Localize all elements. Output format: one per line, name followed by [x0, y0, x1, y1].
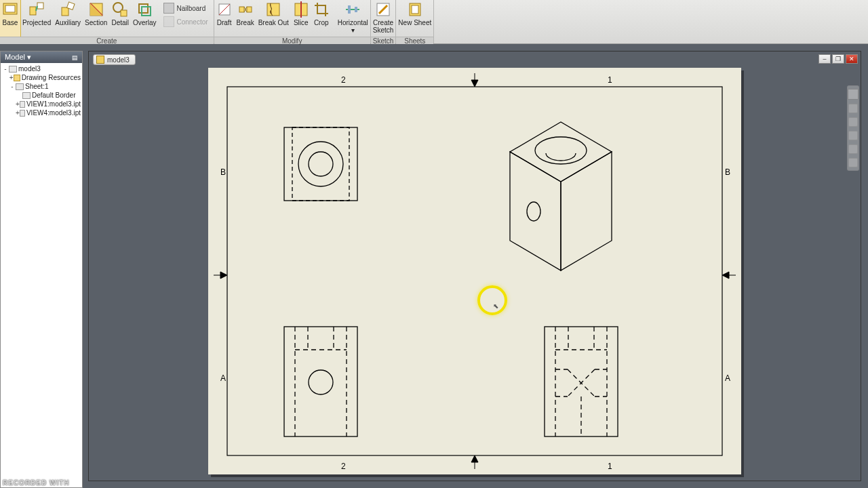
document-tab[interactable]: model3	[93, 54, 136, 65]
zone-row-a-right: A	[725, 373, 730, 383]
twist-icon[interactable]	[16, 92, 22, 99]
tree-item-label: Default Border	[32, 92, 75, 99]
model-browser-header[interactable]: Model ▾ ▤	[1, 52, 82, 63]
drawing-sheet[interactable]: 2 1 2 1 B A B A	[208, 68, 741, 474]
document-title: model3	[107, 56, 130, 64]
nailboard-label: Nailboard	[176, 5, 205, 12]
svg-rect-14	[267, 3, 279, 16]
slice-button[interactable]: Slice	[291, 0, 311, 37]
view-cube-icon[interactable]	[848, 89, 859, 100]
svg-rect-3	[37, 3, 43, 9]
detail-view-button[interactable]: Detail	[109, 0, 131, 37]
create-small-buttons: Nailboard Connector	[158, 0, 213, 30]
ribbon-group-sheets: New Sheet Sheets	[396, 0, 434, 43]
connector-icon	[163, 16, 174, 27]
svg-rect-8	[121, 10, 127, 16]
zone-col-2-top: 2	[341, 75, 346, 85]
zone-row-a-left: A	[220, 373, 226, 383]
tree-root-label: model3	[18, 65, 41, 73]
overlay-label: Overlay	[133, 19, 156, 26]
tree-item-label: VIEW4:model3.ipt	[26, 109, 81, 117]
tree-item[interactable]: Default Border	[2, 91, 81, 100]
horizontal-label: Horizontal ▾	[338, 19, 368, 34]
model-browser-panel: Model ▾ ▤ - model3 +Drawing Resources-Sh…	[0, 51, 83, 488]
breakout-label: Break Out	[258, 19, 289, 26]
crop-label: Crop	[314, 19, 329, 26]
svg-rect-10	[142, 7, 151, 16]
svg-rect-4	[62, 7, 68, 16]
home-button[interactable]	[848, 158, 858, 167]
svg-rect-13	[247, 7, 252, 12]
child-minimize-button[interactable]: –	[818, 54, 831, 64]
tree-item[interactable]: -Sheet:1	[2, 82, 81, 91]
group-label-create: Create	[0, 37, 214, 44]
model-browser-title: Model ▾	[5, 53, 31, 62]
zone-col-1-bottom: 1	[608, 462, 612, 471]
tree-item[interactable]: +VIEW1:model3.ipt	[2, 100, 81, 108]
svg-rect-18	[348, 5, 351, 14]
tree-item-label: Drawing Resources	[22, 74, 81, 81]
drawing-icon	[9, 66, 17, 73]
child-close-button[interactable]: ✕	[846, 54, 858, 64]
doc-icon	[16, 83, 24, 90]
tree-root[interactable]: - model3	[2, 64, 81, 73]
child-restore-button[interactable]: ❐	[832, 54, 844, 64]
twist-icon[interactable]: -	[9, 83, 16, 90]
projected-view-button[interactable]: Projected	[20, 0, 53, 37]
create-sketch-label: Create Sketch	[373, 19, 394, 34]
orbit-button[interactable]	[848, 131, 858, 140]
svg-rect-12	[239, 7, 244, 12]
zone-col-1-top: 1	[608, 75, 612, 85]
crop-button[interactable]: Crop	[311, 0, 332, 37]
mdi-client-area: model3 – ❐ ✕ 2 1 2 1 B A B	[88, 51, 861, 481]
group-label-modify: Modify	[214, 37, 370, 44]
nailboard-icon	[163, 3, 174, 14]
doc-icon	[20, 110, 25, 117]
folder-icon	[14, 75, 20, 81]
svg-rect-2	[30, 7, 36, 15]
ribbon: Base Projected Auxiliary Section Detail …	[0, 0, 868, 44]
zoom-button[interactable]	[848, 117, 858, 127]
twist-icon[interactable]: +	[9, 74, 14, 81]
pan-button[interactable]	[848, 104, 858, 113]
tree-item-label: VIEW1:model3.ipt	[26, 100, 81, 108]
create-sketch-button[interactable]: Create Sketch	[371, 0, 396, 37]
panel-toggle-icon[interactable]: ▤	[72, 54, 78, 61]
break-button[interactable]: Break	[235, 0, 256, 37]
tree-item-label: Sheet:1	[25, 83, 48, 90]
new-sheet-button[interactable]: New Sheet	[396, 0, 433, 37]
zone-col-2-bottom: 2	[341, 462, 346, 471]
twist-icon[interactable]: -	[2, 65, 9, 73]
breakout-button[interactable]: Break Out	[256, 0, 291, 37]
model-browser-body: - model3 +Drawing Resources-Sheet:1 Defa…	[1, 63, 82, 119]
doc-icon	[22, 92, 31, 99]
tree-item[interactable]: +Drawing Resources	[2, 73, 81, 82]
svg-rect-22	[412, 5, 418, 14]
auxiliary-label: Auxiliary	[55, 19, 81, 26]
section-label: Section	[85, 19, 107, 26]
horizontal-align-button[interactable]: Horizontal ▾	[336, 0, 370, 37]
tree-item[interactable]: +VIEW4:model3.ipt	[2, 108, 81, 117]
detail-label: Detail	[111, 19, 129, 26]
nailboard-button[interactable]: Nailboard	[161, 1, 210, 15]
section-view-button[interactable]: Section	[83, 0, 109, 37]
ribbon-group-modify: Draft Break Break Out Slice Crop Horizon…	[214, 0, 371, 43]
base-label: Base	[3, 19, 18, 26]
connector-button: Connector	[161, 15, 210, 28]
draft-button[interactable]: Draft	[214, 0, 235, 37]
svg-rect-9	[139, 4, 148, 13]
ribbon-group-sketch: Create Sketch Sketch	[371, 0, 397, 43]
watermark-text: RECORDED WITH	[3, 479, 70, 487]
view-nav-bar	[847, 85, 859, 171]
group-label-sheets: Sheets	[396, 37, 433, 44]
child-window-controls: – ❐ ✕	[817, 54, 858, 64]
auxiliary-view-button[interactable]: Auxiliary	[53, 0, 83, 37]
zone-row-b-right: B	[725, 167, 730, 177]
lookat-button[interactable]	[848, 144, 858, 154]
doc-icon	[20, 101, 25, 108]
slice-label: Slice	[294, 19, 309, 26]
base-view-button[interactable]: Base	[0, 0, 20, 37]
sheet-svg: 2 1 2 1 B A B A	[208, 68, 741, 474]
break-label: Break	[237, 19, 254, 26]
overlay-view-button[interactable]: Overlay	[131, 0, 158, 37]
